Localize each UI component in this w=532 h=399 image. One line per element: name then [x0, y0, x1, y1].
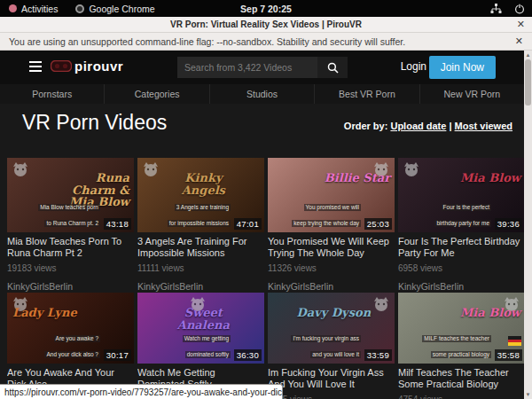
view-count: 11111 views	[137, 263, 264, 273]
video-card: Kinky Angels 3 Angels are trainingfor im…	[137, 158, 264, 292]
search-button[interactable]	[317, 57, 348, 78]
studio-link[interactable]: KinkyGirlsBerlin	[268, 281, 395, 292]
sort-most-viewed-link[interactable]: Most viewed	[455, 121, 512, 131]
thumbnail-caption: Are you awake ?And your dick also ?	[44, 328, 100, 360]
duration-badge: 33:59	[364, 349, 392, 361]
scrollbar-thumb[interactable]	[525, 59, 531, 106]
view-count: 11326 views	[268, 263, 395, 273]
scroll-down-icon[interactable]: ▼	[524, 390, 532, 399]
nav-item-new-vr[interactable]: New VR Porn	[419, 84, 524, 104]
duration-badge: 30:17	[104, 349, 131, 361]
system-top-bar: Activities Google Chrome Sep 7 20:25	[0, 0, 532, 17]
video-grid-row-2: Lady Lyne Are you awake ?And your dick a…	[7, 293, 525, 399]
search-input[interactable]	[177, 57, 317, 78]
browser-title-bar: VR Porn: Virtual Reality Sex Videos | Pi…	[0, 17, 532, 33]
video-title-link[interactable]: You Promised We Will Keep Trying The Who…	[268, 236, 395, 259]
video-thumbnail[interactable]: Sweet Analena Watch me gettingdominated …	[137, 293, 264, 364]
nav-item-best-vr[interactable]: Best VR Porn	[314, 84, 419, 104]
video-card: Lady Lyne Are you awake ?And your dick a…	[7, 293, 134, 399]
duration-badge: 35:58	[495, 349, 522, 361]
warning-message: You are using an unsupported command-lin…	[9, 36, 405, 47]
cat-mask-watermark-icon	[372, 296, 390, 312]
tab-title: VR Porn: Virtual Reality Sex Videos | Pi…	[170, 20, 362, 29]
video-thumbnail[interactable]: Mia Blow Four is the perfectbirthday par…	[398, 158, 525, 232]
cat-mask-watermark-icon	[372, 161, 390, 177]
video-card: Davy Dyson I'm fucking your virgin assan…	[268, 293, 395, 399]
login-link[interactable]: Login	[401, 60, 426, 73]
duration-badge: 36:30	[234, 349, 262, 361]
video-thumbnail[interactable]: Billie Star You promised we willkeep try…	[268, 158, 395, 232]
page-viewport: pirouvr Login Join Now Pornstars Categor…	[0, 51, 532, 399]
studio-link[interactable]: KinkyGirlsBerlin	[137, 281, 264, 292]
nav-item-categories[interactable]: Categories	[104, 84, 208, 104]
thumbnail-script-title: Mia Blow	[442, 172, 520, 184]
view-count: 3785 views	[268, 395, 395, 399]
order-by-controls: Order by: Upload date | Most viewed	[344, 121, 512, 131]
power-icon[interactable]	[514, 4, 525, 14]
video-title-link[interactable]: Im Fucking Your Virgin Ass And You Will …	[268, 367, 395, 390]
site-header: pirouvr Login Join Now	[0, 51, 524, 84]
thumbnail-caption: Watch me gettingdominated softly	[183, 328, 231, 360]
sandbox-warning-bar: You are using an unsupported command-lin…	[0, 33, 532, 51]
thumbnail-script-title: Lady Lyne	[12, 307, 91, 319]
video-card: Runa Charm & Mia Blow Mia Blow teaches p…	[7, 158, 134, 292]
video-thumbnail[interactable]: Kinky Angels 3 Angels are trainingfor im…	[137, 158, 264, 232]
video-title-link[interactable]: 3 Angels Are Training For Impossible Mis…	[137, 236, 264, 259]
status-url-tooltip: https://pirouvr.com/vr-porn-video/779325…	[0, 384, 283, 399]
thumbnail-script-title: Billie Star	[311, 172, 390, 184]
video-thumbnail[interactable]: Mia Blow MILF teaches the teachersome pr…	[398, 293, 525, 364]
nav-item-studios[interactable]: Studios	[209, 84, 314, 104]
main-nav: Pornstars Categories Studios Best VR Por…	[0, 84, 524, 104]
thumbnail-script-title: Mia Blow	[442, 307, 520, 319]
cat-mask-watermark-icon	[403, 161, 420, 177]
order-by-label: Order by:	[344, 121, 388, 131]
studio-link[interactable]: KinkyGirlsBerlin	[7, 281, 134, 292]
thumbnail-caption: You promised we willkeep trying the whol…	[292, 197, 361, 229]
cat-mask-watermark-icon	[12, 161, 29, 177]
studio-link[interactable]: KinkyGirlsBerlin	[398, 281, 525, 292]
cat-mask-watermark-icon	[189, 296, 207, 312]
thumbnail-caption: Mia Blow teaches pornto Runa Charm pt. 2	[38, 197, 100, 229]
german-flag-icon	[508, 336, 521, 346]
tab-close-icon[interactable]: ✕	[517, 19, 525, 30]
join-now-button[interactable]: Join Now	[429, 56, 496, 79]
thumbnail-caption: 3 Angels are trainingfor impossible miss…	[168, 197, 231, 229]
video-title-link[interactable]: Mia Blow Teaches Porn To Runa Charm Pt 2	[7, 236, 134, 259]
thumbnail-caption: MILF teaches the teachersome practical b…	[422, 328, 491, 360]
video-grid-row-1: Runa Charm & Mia Blow Mia Blow teaches p…	[7, 158, 525, 292]
hamburger-menu-icon[interactable]	[29, 61, 42, 74]
sort-upload-date-link[interactable]: Upload date	[390, 121, 446, 131]
network-icon[interactable]	[490, 4, 502, 14]
thumbnail-caption: Four is the perfectbirthday party for me	[434, 197, 491, 229]
nav-item-pornstars[interactable]: Pornstars	[0, 84, 104, 104]
thumbnail-script-title: Runa Charm & Mia Blow	[51, 172, 129, 208]
video-title-link[interactable]: Four Is The Perfect Birthday Party For M…	[398, 236, 525, 259]
video-thumbnail[interactable]: Lady Lyne Are you awake ?And your dick a…	[7, 293, 134, 364]
video-title-link[interactable]: Milf Teaches The Teacher Some Practical …	[398, 367, 525, 390]
view-count: 6958 views	[398, 263, 525, 273]
thumbnail-caption: I'm fucking your virgin assand you will …	[291, 328, 361, 360]
video-card: Sweet Analena Watch me gettingdominated …	[137, 293, 264, 399]
thumbnail-script-title: Kinky Angels	[164, 172, 243, 196]
logo-text: pirouvr	[74, 59, 123, 74]
vr-goggles-icon	[51, 60, 72, 72]
search-icon	[327, 62, 339, 74]
view-count: 4754 views	[398, 395, 525, 399]
cat-mask-watermark-icon	[12, 296, 29, 312]
cat-mask-watermark-icon	[503, 296, 520, 312]
duration-badge: 47:01	[234, 218, 262, 230]
page-scrollbar[interactable]: ▲ ▼	[524, 51, 532, 399]
video-card: Mia Blow MILF teaches the teachersome pr…	[398, 293, 525, 399]
thumbnail-script-title: Sweet Analena	[164, 307, 243, 331]
thumbnail-script-title: Davy Dyson	[294, 307, 373, 319]
page-title: VR Porn Videos	[22, 111, 167, 135]
video-thumbnail[interactable]: Davy Dyson I'm fucking your virgin assan…	[268, 293, 395, 364]
desktop-screen: Activities Google Chrome Sep 7 20:25 VR …	[0, 0, 532, 399]
video-thumbnail[interactable]: Runa Charm & Mia Blow Mia Blow teaches p…	[7, 158, 134, 232]
clock[interactable]: Sep 7 20:25	[0, 4, 532, 14]
warning-close-icon[interactable]: ✕	[515, 35, 523, 47]
duration-badge: 25:03	[364, 218, 392, 230]
scroll-up-icon[interactable]: ▲	[524, 51, 532, 59]
site-logo[interactable]: pirouvr	[51, 59, 123, 74]
duration-badge: 43:18	[104, 218, 131, 230]
